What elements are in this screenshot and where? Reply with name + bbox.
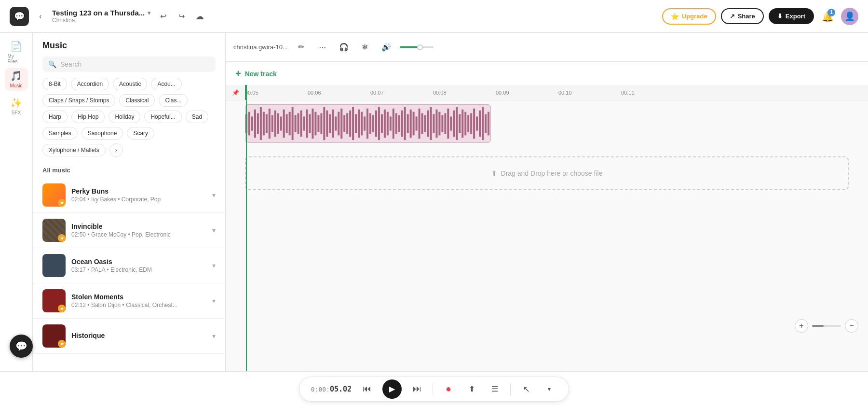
upgrade-button[interactable]: ⭐ Upgrade	[662, 8, 716, 25]
list-item[interactable]: ★ Historique ▾	[33, 319, 225, 354]
volume-slider[interactable]	[400, 46, 434, 48]
svg-rect-5	[260, 107, 262, 140]
search-input[interactable]	[60, 60, 210, 68]
tag-scary[interactable]: Scary	[127, 127, 154, 140]
freeze-button[interactable]: ❄	[357, 40, 373, 55]
list-item[interactable]: Ocean Oasis 03:17 • PALA • Electronic, E…	[33, 248, 225, 283]
svg-rect-51	[393, 109, 394, 139]
user-avatar[interactable]: 👤	[841, 8, 858, 25]
tag-holiday[interactable]: Holiday	[108, 111, 140, 123]
tag-samples[interactable]: Samples	[42, 127, 78, 140]
zoom-slider[interactable]	[812, 325, 841, 327]
tag-sad[interactable]: Sad	[186, 111, 208, 123]
sidebar-item-sfx[interactable]: ✨ SFX	[5, 95, 28, 118]
topbar: 💬 ‹ Testing 123 on a Thursda... ▾ Christ…	[0, 0, 868, 33]
project-title: Testing 123 on a Thursda... ▾	[52, 9, 150, 17]
tag-hiphop[interactable]: Hip Hop	[71, 111, 105, 123]
svg-rect-8	[269, 109, 271, 139]
track-chevron[interactable]: ▾	[212, 297, 216, 305]
upload-button[interactable]: ⬆	[464, 381, 479, 397]
svg-rect-38	[355, 114, 357, 133]
svg-rect-20	[303, 116, 305, 130]
svg-rect-37	[352, 107, 354, 140]
tag-acoustic[interactable]: Acoustic	[113, 78, 147, 90]
svg-rect-28	[326, 111, 328, 137]
notification-button[interactable]: 🔔 1	[819, 8, 836, 25]
drop-zone[interactable]: ⬆ Drag and Drop here or choose file	[245, 156, 849, 190]
svg-rect-35	[346, 113, 348, 134]
svg-rect-48	[384, 110, 386, 138]
tag-hopeful[interactable]: Hopeful...	[144, 111, 181, 123]
tag-harp[interactable]: Harp	[42, 111, 68, 123]
tick-3: 00:07	[370, 90, 433, 96]
tick-1: 00:05	[245, 90, 308, 96]
svg-rect-62	[424, 115, 426, 132]
notification-badge: 1	[827, 9, 835, 16]
upgrade-icon: ⭐	[671, 13, 679, 20]
track-options-button[interactable]: ···	[315, 40, 330, 55]
track-chevron[interactable]: ▾	[212, 226, 216, 234]
sidebar-item-my-files[interactable]: 📄 My Files	[5, 41, 28, 64]
track-chevron[interactable]: ▾	[212, 262, 216, 269]
my-files-icon: 📄	[10, 41, 22, 52]
tag-claps[interactable]: Claps / Snaps / Stomps	[42, 94, 115, 107]
upload-icon: ⬆	[491, 169, 497, 177]
list-item[interactable]: ★ Perky Buns 02:04 • Ivy Bakes • Corpora…	[33, 178, 225, 213]
svg-rect-83	[485, 114, 487, 133]
tick-7: 00:11	[621, 90, 684, 96]
waveform-area: ⬆ Drag and Drop here or choose file	[226, 100, 868, 371]
svg-rect-71	[450, 116, 452, 130]
player-time-prefix: 0:00:05.02	[311, 385, 352, 393]
playhead-vertical	[246, 100, 247, 371]
svg-rect-52	[395, 113, 397, 134]
cloud-save-button[interactable]: ☁	[192, 9, 207, 24]
svg-rect-14	[286, 114, 288, 133]
zoom-in-button[interactable]: +	[795, 319, 808, 333]
track-chevron[interactable]: ▾	[212, 332, 216, 340]
tag-classical2[interactable]: Clas...	[159, 94, 188, 107]
pin-icon[interactable]: 📌	[231, 88, 240, 98]
share-icon: ↗	[730, 13, 735, 20]
back-button[interactable]: ‹	[34, 10, 47, 23]
tag-acoustic2[interactable]: Acou...	[151, 78, 181, 90]
project-dropdown-icon[interactable]: ▾	[148, 10, 150, 16]
tag-accordion[interactable]: Accordion	[71, 78, 109, 90]
play-button[interactable]: ▶	[382, 379, 402, 399]
track-thumbnail-stolen-moments: ★	[42, 289, 66, 312]
redo-button[interactable]: ↪	[174, 9, 189, 24]
tag-8bit[interactable]: 8-Bit	[42, 78, 67, 90]
export-button[interactable]: ⬇ Export	[769, 8, 814, 24]
tag-xylophone[interactable]: Xylophone / Mallets	[42, 144, 106, 156]
track-info-stolen-moments: Stolen Moments 02:12 • Salon Dijon • Cla…	[71, 293, 206, 308]
track-meta: 03:17 • PALA • Electronic, EDM	[71, 266, 206, 273]
rewind-button[interactable]: ⏮	[359, 381, 375, 397]
mixer-button[interactable]: ☰	[487, 381, 502, 397]
svg-rect-6	[263, 112, 265, 136]
chat-button[interactable]: 💬	[10, 335, 33, 358]
sidebar-item-label-sfx: SFX	[12, 110, 21, 115]
svg-rect-4	[257, 113, 259, 134]
undo-button[interactable]: ↩	[155, 9, 171, 24]
headphones-button[interactable]: 🎧	[336, 40, 352, 55]
track-info-perky-buns: Perky Buns 02:04 • Ivy Bakes • Corporate…	[71, 187, 206, 203]
zoom-out-button[interactable]: −	[845, 319, 858, 333]
fast-forward-button[interactable]: ⏭	[409, 381, 425, 397]
cursor-button[interactable]: ↖	[518, 381, 534, 397]
track-meta: 02:12 • Salon Dijon • Classical, Orchest…	[71, 302, 206, 308]
track-edit-button[interactable]: ✏	[294, 40, 309, 55]
tag-saxophone[interactable]: Saxophone	[81, 127, 123, 140]
tags-arrow-right[interactable]: ›	[109, 143, 123, 157]
tag-classical[interactable]: Classical	[119, 94, 155, 107]
sidebar-item-music[interactable]: 🎵 Music	[5, 68, 28, 91]
drop-zone-text: Drag and Drop here or choose file	[501, 169, 603, 177]
waveform-block[interactable]	[245, 104, 491, 143]
share-button[interactable]: ↗ Share	[721, 8, 764, 24]
track-chevron[interactable]: ▾	[212, 191, 216, 199]
list-item[interactable]: ★ Invincible 02:50 • Grace McCoy • Pop, …	[33, 213, 225, 248]
list-item[interactable]: ★ Stolen Moments 02:12 • Salon Dijon • C…	[33, 283, 225, 319]
topbar-left: 💬 ‹ Testing 123 on a Thursda... ▾ Christ…	[10, 7, 656, 26]
record-button[interactable]: ●	[441, 381, 456, 397]
more-button[interactable]: ▾	[542, 381, 557, 397]
svg-rect-24	[314, 112, 316, 136]
new-track-button[interactable]: + New track	[226, 62, 868, 85]
